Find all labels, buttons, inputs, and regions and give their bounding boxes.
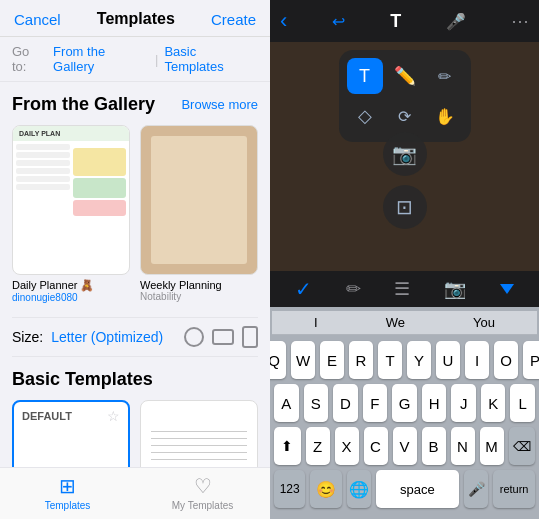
suggestion-you[interactable]: You: [473, 315, 495, 330]
daily-planner-thumbnail: DAILY PLAN: [12, 125, 130, 275]
key-u[interactable]: U: [436, 341, 460, 379]
return-key[interactable]: return: [493, 470, 535, 508]
right-bottom-toolbar: ✓ ✏ ☰ 📷: [270, 271, 539, 307]
browse-more-link[interactable]: Browse more: [181, 97, 258, 112]
lasso-tool-button[interactable]: ⟳: [387, 98, 423, 134]
key-b[interactable]: B: [422, 427, 446, 465]
pen-tool-button[interactable]: ✏️: [387, 58, 423, 94]
size-info-icon[interactable]: [184, 327, 204, 347]
key-i[interactable]: I: [465, 341, 489, 379]
dp-row: [16, 176, 70, 182]
templates-tab-label: Templates: [45, 500, 91, 511]
key-h[interactable]: H: [422, 384, 447, 422]
daily-planner-author: dinonugie8080: [12, 292, 130, 303]
key-n[interactable]: N: [451, 427, 475, 465]
camera-button[interactable]: 📷: [383, 132, 427, 176]
key-o[interactable]: O: [494, 341, 518, 379]
key-z[interactable]: Z: [306, 427, 330, 465]
emoji-key[interactable]: 😊: [310, 470, 341, 508]
weekly-inner: [151, 136, 247, 264]
goto-gallery-link[interactable]: From the Gallery: [53, 44, 149, 74]
num-key[interactable]: 123: [274, 470, 305, 508]
goto-basic-link[interactable]: Basic Templates: [164, 44, 258, 74]
dp-green-block: [73, 178, 127, 198]
pencil-tool-button[interactable]: ✏: [427, 58, 463, 94]
page-title: Templates: [97, 10, 175, 28]
weekly-info: Weekly Planning Notability: [140, 279, 258, 302]
key-a[interactable]: A: [274, 384, 299, 422]
globe-key[interactable]: 🌐: [347, 470, 371, 508]
tab-templates[interactable]: ⊞ Templates: [0, 474, 135, 511]
basic-templates-grid: DEFAULT ☆: [12, 400, 258, 467]
key-g[interactable]: G: [392, 384, 417, 422]
key-q[interactable]: Q: [270, 341, 286, 379]
keyboard-row-4: 123 😊 🌐 space 🎤 return: [272, 470, 537, 508]
dp-row: [16, 152, 70, 158]
key-e[interactable]: E: [320, 341, 344, 379]
dp-body: [13, 141, 129, 274]
diamond-tool-button[interactable]: ◇: [347, 98, 383, 134]
star-icon[interactable]: ☆: [107, 408, 120, 424]
key-c[interactable]: C: [364, 427, 388, 465]
dropdown-arrow-icon[interactable]: [500, 284, 514, 294]
more-options-icon[interactable]: ⋯: [511, 10, 529, 32]
key-l[interactable]: L: [510, 384, 535, 422]
word-suggestions-bar: I We You: [272, 311, 537, 335]
key-f[interactable]: F: [363, 384, 388, 422]
key-s[interactable]: S: [304, 384, 329, 422]
cancel-button[interactable]: Cancel: [14, 11, 61, 28]
delete-key[interactable]: ⌫: [509, 427, 536, 465]
basic-item-lined[interactable]: [140, 400, 258, 467]
list-icon[interactable]: ☰: [394, 278, 410, 300]
key-y[interactable]: Y: [407, 341, 431, 379]
undo-icon[interactable]: ↩: [332, 12, 345, 31]
key-j[interactable]: J: [451, 384, 476, 422]
key-k[interactable]: K: [481, 384, 506, 422]
pen-icon[interactable]: ✏: [346, 278, 361, 300]
key-w[interactable]: W: [291, 341, 315, 379]
text-tool-button[interactable]: T: [347, 58, 383, 94]
text-tool-icon[interactable]: T: [390, 11, 401, 32]
mic-key[interactable]: 🎤: [464, 470, 488, 508]
suggestion-i[interactable]: I: [314, 315, 318, 330]
left-panel: Cancel Templates Create Go to: From the …: [0, 0, 270, 519]
dp-pink-block: [73, 200, 127, 216]
keyboard-row-1: Q W E R T Y U I O P: [272, 341, 537, 379]
gallery-item-daily-planner[interactable]: DAILY PLAN: [12, 125, 130, 303]
key-t[interactable]: T: [378, 341, 402, 379]
size-landscape-icon[interactable]: [242, 326, 258, 348]
dp-header-text: DAILY PLAN: [13, 126, 129, 141]
screenshot-button[interactable]: ⊡: [383, 185, 427, 229]
key-r[interactable]: R: [349, 341, 373, 379]
shift-key[interactable]: ⬆: [274, 427, 301, 465]
left-header: Cancel Templates Create: [0, 0, 270, 37]
create-button[interactable]: Create: [211, 11, 256, 28]
keyboard: I We You Q W E R T Y U I O P A S D F G H…: [270, 307, 539, 519]
gallery-item-weekly[interactable]: Weekly Planning Notability: [140, 125, 258, 303]
key-p[interactable]: P: [523, 341, 539, 379]
key-v[interactable]: V: [393, 427, 417, 465]
size-portrait-icon[interactable]: [212, 329, 234, 345]
eraser-tool-button[interactable]: ✋: [427, 98, 463, 134]
line-row: [151, 431, 247, 432]
basic-item-default[interactable]: DEFAULT ☆: [12, 400, 130, 467]
suggestion-we[interactable]: We: [386, 315, 405, 330]
gallery-section-header: From the Gallery Browse more: [12, 94, 258, 115]
key-m[interactable]: M: [480, 427, 504, 465]
back-icon[interactable]: ‹: [280, 8, 287, 34]
key-d[interactable]: D: [333, 384, 358, 422]
size-label: Size:: [12, 329, 43, 345]
size-row: Size: Letter (Optimized): [12, 317, 258, 357]
daily-planner-info: Daily Planner 🧸 dinonugie8080: [12, 279, 130, 303]
line-row: [151, 445, 247, 446]
camera-toolbar-icon[interactable]: 📷: [444, 278, 466, 300]
space-key[interactable]: space: [376, 470, 460, 508]
size-value[interactable]: Letter (Optimized): [51, 329, 176, 345]
dp-row: [16, 160, 70, 166]
tab-my-templates[interactable]: ♡ My Templates: [135, 474, 270, 511]
gallery-section-title: From the Gallery: [12, 94, 155, 115]
key-x[interactable]: X: [335, 427, 359, 465]
basic-templates-section: Basic Templates DEFAULT ☆: [12, 369, 258, 467]
mic-icon[interactable]: 🎤: [446, 12, 466, 31]
check-icon[interactable]: ✓: [295, 277, 312, 301]
